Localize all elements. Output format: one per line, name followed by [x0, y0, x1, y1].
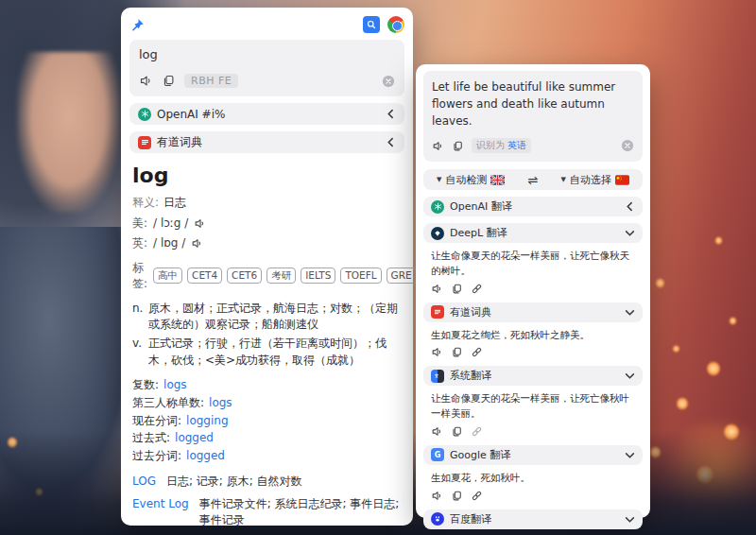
lantern — [715, 236, 722, 245]
easydict-app-icon[interactable] — [363, 16, 380, 33]
definition-text: 正式记录；行驶，行进（若干距离或时间）；伐木，砍伐；<美>成功获得，取得（成就） — [148, 336, 402, 370]
chevron-left-icon[interactable] — [625, 201, 635, 212]
phrase-meaning: 事件记录文件; 系统日志纪录; 事件日志; 事件记录 — [199, 496, 402, 529]
service-header-google[interactable]: G Google 翻译 — [423, 445, 643, 465]
copy-icon[interactable] — [452, 140, 464, 152]
form-value-link[interactable]: logged — [175, 431, 214, 444]
chevron-down-icon[interactable] — [625, 371, 635, 381]
service-header-system[interactable]: 系统翻译 — [423, 366, 643, 386]
detected-label: 识别为 — [476, 140, 505, 150]
form-label: 过去式: — [132, 431, 170, 444]
form-row: 复数:logs — [132, 376, 402, 394]
chevron-down-icon[interactable] — [625, 514, 635, 525]
target-language-select[interactable]: ▼ 自动选择 — [561, 173, 629, 187]
form-value-link[interactable]: logging — [186, 414, 228, 427]
tag: IELTS — [301, 268, 335, 284]
openai-icon — [138, 108, 151, 121]
youdao-section-label: 有道词典 — [157, 134, 202, 150]
pin-icon[interactable] — [129, 17, 146, 33]
lantern — [673, 345, 679, 353]
tags-label: 标签: — [132, 260, 147, 292]
form-label: 复数: — [132, 378, 159, 391]
chevron-down-icon[interactable] — [625, 450, 635, 460]
translation-text: 让生命像夏天的花朵一样美丽，让死亡像秋天的树叶。 — [431, 249, 635, 279]
link-icon[interactable] — [471, 283, 483, 295]
speaker-icon[interactable] — [431, 283, 443, 295]
speaker-icon[interactable] — [431, 490, 443, 502]
system-translate-icon — [431, 370, 444, 383]
clear-input-icon[interactable] — [382, 75, 395, 88]
detected-language: 英语 — [507, 140, 526, 150]
copy-icon[interactable] — [451, 283, 463, 295]
youdao-dict-icon — [138, 136, 151, 149]
copy-icon[interactable] — [451, 346, 463, 358]
target-language-label: 自动选择 — [570, 173, 611, 187]
form-value-link[interactable]: logged — [186, 449, 225, 462]
source-language-select[interactable]: ▼ 自动检测 — [437, 173, 505, 187]
form-row: 过去式:logged — [132, 429, 402, 447]
definitions: n. 原木，圆材；正式记录，航海日志；对数；（定期或系统的）观察记录；船舶测速仪… — [132, 301, 402, 370]
service-header-youdao[interactable]: 有道词典 — [423, 302, 643, 322]
dropdown-caret-icon: ▼ — [437, 176, 441, 183]
service-name: Google 翻译 — [450, 448, 510, 462]
speaker-icon[interactable] — [431, 346, 443, 358]
copy-icon[interactable] — [451, 490, 463, 502]
copy-icon[interactable] — [451, 425, 463, 438]
search-input[interactable]: log — [139, 47, 395, 61]
speaker-icon[interactable] — [431, 425, 443, 438]
link-icon[interactable] — [471, 490, 483, 502]
service-header-deepl[interactable]: DeepL 翻译 — [423, 223, 643, 243]
service-header-baidu[interactable]: 百度翻译 — [423, 509, 643, 529]
chevron-left-icon[interactable] — [386, 109, 396, 119]
phrase-term-link[interactable]: Event Log — [132, 496, 189, 529]
exam-tags-row: 标签: 高中 CET4 CET6 考研 IELTS TOEFL GRE — [132, 260, 402, 292]
dictionary-result: log 释义:日志 美: / lɔːg / 英: / lɒg / 标签: 高中 … — [129, 153, 404, 535]
detected-language-badge[interactable]: 识别为英语 — [472, 138, 531, 153]
service-result-system: 让生命像夏天的花朵一样美丽，让死亡像秋叶一样美丽。 — [423, 386, 643, 439]
speaker-icon[interactable] — [191, 237, 203, 250]
form-value-link[interactable]: logs — [209, 396, 232, 409]
pos-label: n. — [132, 301, 148, 335]
phrases: LOG日志; 记录; 原木; 自然对数 Event Log事件记录文件; 系统日… — [132, 474, 402, 535]
china-flag-icon — [615, 175, 629, 185]
definition-noun: n. 原木，圆材；正式记录，航海日志；对数；（定期或系统的）观察记录；船舶测速仪 — [132, 301, 402, 335]
service-result-baidu: 让生命像夏花一样美丽，让死亡像秋叶一样美丽。 — [423, 529, 643, 535]
uk-phonetic-row: 英: / lɒg / — [132, 235, 402, 251]
chevron-down-icon[interactable] — [625, 307, 635, 318]
lantern — [707, 361, 720, 376]
paraphrase-row: 释义:日志 — [132, 194, 402, 212]
translation-text: 生如夏花之绚烂，死如秋叶之静美。 — [431, 328, 635, 343]
copy-icon[interactable] — [162, 74, 176, 88]
service-result-deepl: 让生命像夏天的花朵一样美丽，让死亡像秋天的树叶。 — [423, 243, 643, 296]
service-name: 系统翻译 — [450, 369, 491, 383]
pos-label: v. — [132, 336, 148, 370]
link-icon[interactable] — [471, 346, 483, 358]
tag: CET6 — [227, 268, 262, 284]
dropdown-caret-icon: ▼ — [561, 176, 566, 183]
chevron-left-icon[interactable] — [386, 137, 396, 147]
translation-text: 让生命像夏天的花朵一样美丽，让死亡像秋叶一样美丽。 — [431, 391, 635, 422]
phrase-term-link[interactable]: LOG — [132, 474, 156, 490]
speaker-icon[interactable] — [432, 140, 444, 152]
chevron-down-icon[interactable] — [625, 228, 635, 238]
speaker-icon[interactable] — [194, 217, 206, 230]
swap-languages-icon[interactable]: ⇌ — [528, 173, 539, 187]
tag: 高中 — [153, 268, 182, 284]
translation-window: Let life be beautiful like summer flower… — [416, 64, 650, 518]
phrase-meaning: 日志; 记录; 原木; 自然对数 — [166, 474, 402, 490]
result-action-bar — [431, 346, 635, 358]
form-value-link[interactable]: logs — [163, 378, 187, 391]
result-action-bar — [431, 490, 635, 502]
translate-input[interactable]: Let life be beautiful like summer flower… — [432, 78, 634, 129]
us-label: 美: — [132, 216, 147, 232]
openai-section-header[interactable]: OpenAI #i% — [129, 103, 404, 125]
service-name: 有道词典 — [450, 305, 491, 319]
chrome-icon[interactable] — [387, 16, 404, 33]
clear-input-icon[interactable] — [621, 139, 634, 152]
service-header-openai[interactable]: OpenAI 翻译 — [423, 197, 643, 216]
link-icon[interactable] — [471, 425, 483, 438]
speaker-icon[interactable] — [139, 74, 153, 88]
service-name: DeepL 翻译 — [450, 226, 507, 240]
youdao-section-header[interactable]: 有道词典 — [129, 131, 404, 153]
window-toolbar — [129, 13, 404, 36]
